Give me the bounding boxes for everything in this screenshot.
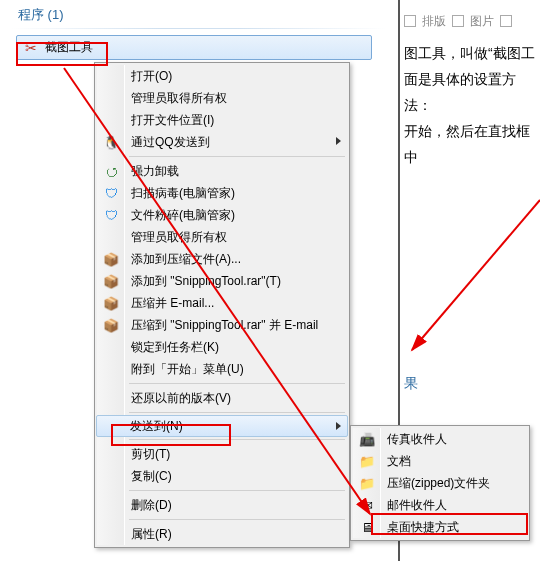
mi-copy[interactable]: 复制(C) [97, 465, 347, 487]
mi-zip-email[interactable]: 📦压缩并 E-mail... [97, 292, 347, 314]
mi-restore-versions[interactable]: 还原以前的版本(V) [97, 387, 347, 409]
rar-icon: 📦 [103, 295, 119, 311]
chevron-right-icon [336, 137, 341, 145]
uninstall-icon: ⭯ [103, 163, 119, 179]
mi-uninstall[interactable]: ⭯强力卸载 [97, 160, 347, 182]
mi-fax[interactable]: 📠传真收件人 [353, 428, 527, 450]
mi-admin-own[interactable]: 管理员取得所有权 [97, 87, 347, 109]
mi-send-to[interactable]: 发送到(N) [96, 415, 348, 437]
program-snipping-tool[interactable]: ✂ 截图工具 [16, 35, 372, 60]
program-label: 截图工具 [45, 39, 93, 56]
mi-zip-snip-email[interactable]: 📦压缩到 "SnippingTool.rar" 并 E-mail [97, 314, 347, 336]
mi-add-to-archive[interactable]: 📦添加到压缩文件(A)... [97, 248, 347, 270]
mi-cut[interactable]: 剪切(T) [97, 443, 347, 465]
layout-icon [404, 15, 416, 27]
video-icon [500, 15, 512, 27]
article-text: 面是具体的设置方法： [404, 66, 536, 118]
mi-pin-start[interactable]: 附到「开始」菜单(U) [97, 358, 347, 380]
mi-properties[interactable]: 属性(R) [97, 523, 347, 545]
editor-tabs: 排版 图片 [404, 8, 536, 34]
chevron-right-icon [336, 422, 341, 430]
mi-open-location[interactable]: 打开文件位置(I) [97, 109, 347, 131]
article-text: 开始，然后在直找框中 [404, 118, 536, 170]
separator [129, 519, 345, 520]
scissors-icon: ✂ [23, 40, 39, 56]
monitor-icon: 🖥 [359, 519, 375, 535]
shield-icon: 🛡 [103, 207, 119, 223]
tab-image[interactable]: 图片 [470, 8, 494, 34]
tab-layout[interactable]: 排版 [422, 8, 446, 34]
context-menu: 打开(O) 管理员取得所有权 打开文件位置(I) 🐧通过QQ发送到 ⭯强力卸载 … [94, 62, 350, 548]
header-divider [12, 28, 386, 29]
separator [129, 439, 345, 440]
separator [129, 383, 345, 384]
separator [129, 156, 345, 157]
shield-icon: 🛡 [103, 185, 119, 201]
folder-icon: 📁 [359, 453, 375, 469]
mi-scan-virus[interactable]: 🛡扫描病毒(电脑管家) [97, 182, 347, 204]
mi-pin-taskbar[interactable]: 锁定到任务栏(K) [97, 336, 347, 358]
mi-file-shred[interactable]: 🛡文件粉碎(电脑管家) [97, 204, 347, 226]
separator [129, 490, 345, 491]
mi-qq-send[interactable]: 🐧通过QQ发送到 [97, 131, 347, 153]
mi-add-snip-rar[interactable]: 📦添加到 "SnippingTool.rar"(T) [97, 270, 347, 292]
mi-admin-own2[interactable]: 管理员取得所有权 [97, 226, 347, 248]
article-text: 果 [404, 370, 536, 396]
mail-icon: ✉ [359, 497, 375, 513]
fax-icon: 📠 [359, 431, 375, 447]
mi-zipped-folder[interactable]: 📁压缩(zipped)文件夹 [353, 472, 527, 494]
sendto-submenu: 📠传真收件人 📁文档 📁压缩(zipped)文件夹 ✉邮件收件人 🖥桌面快捷方式 [350, 425, 530, 541]
mi-delete[interactable]: 删除(D) [97, 494, 347, 516]
rar-icon: 📦 [103, 317, 119, 333]
qq-icon: 🐧 [103, 134, 119, 150]
programs-header: 程序 (1) [0, 0, 398, 26]
mi-mail-recipient[interactable]: ✉邮件收件人 [353, 494, 527, 516]
rar-icon: 📦 [103, 273, 119, 289]
image-icon [452, 15, 464, 27]
article-text: 图工具，叫做“截图工 [404, 40, 536, 66]
mi-desktop-shortcut[interactable]: 🖥桌面快捷方式 [353, 516, 527, 538]
mi-documents[interactable]: 📁文档 [353, 450, 527, 472]
separator [129, 412, 345, 413]
rar-icon: 📦 [103, 251, 119, 267]
mi-open[interactable]: 打开(O) [97, 65, 347, 87]
zip-icon: 📁 [359, 475, 375, 491]
